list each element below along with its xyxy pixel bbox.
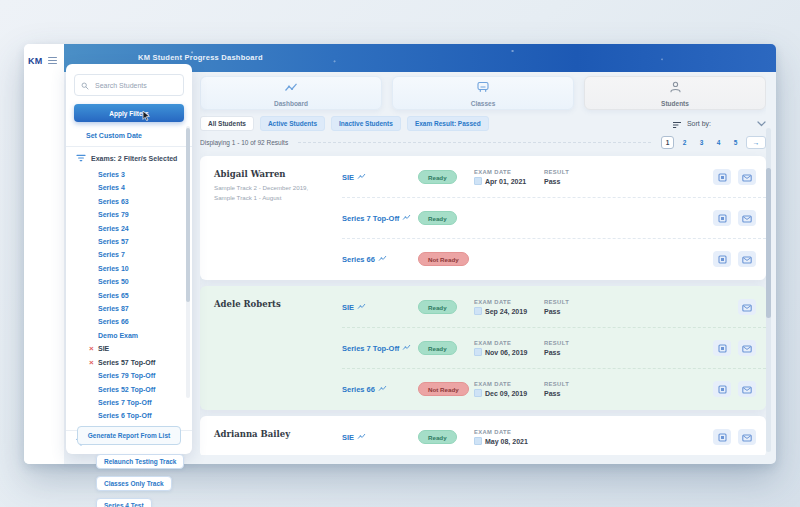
tab-dashboard[interactable]: Dashboard bbox=[200, 76, 382, 110]
set-custom-date-link[interactable]: Set Custom Date bbox=[86, 132, 184, 139]
sidebar-exam-item[interactable]: Series 24 bbox=[98, 222, 184, 235]
mail-icon-button[interactable] bbox=[738, 429, 756, 445]
search-box[interactable] bbox=[74, 74, 184, 96]
tab-students[interactable]: Students bbox=[584, 76, 766, 110]
sort-by-control[interactable]: Sort by: bbox=[672, 115, 711, 133]
status-badge: Ready bbox=[418, 430, 457, 444]
generate-report-button[interactable]: Generate Report From List bbox=[77, 426, 181, 445]
main-scrollbar-thumb[interactable] bbox=[766, 168, 771, 318]
mail-icon-button[interactable] bbox=[738, 251, 756, 267]
exam-name-link[interactable]: Series 66 bbox=[342, 385, 418, 394]
exam-date-value: Nov 06, 2019 bbox=[474, 348, 544, 356]
report-icon-button[interactable] bbox=[713, 169, 731, 185]
sidebar-exam-item[interactable]: ×Series 57 Top-Off bbox=[98, 356, 184, 369]
mail-icon-button[interactable] bbox=[738, 381, 756, 397]
exam-name-link[interactable]: Series 7 Top-Off bbox=[342, 344, 418, 353]
exam-name-link[interactable]: SIE bbox=[342, 303, 418, 312]
sidebar-exam-item[interactable]: Series 7 Top-Off bbox=[98, 396, 184, 409]
mail-icon-button[interactable] bbox=[738, 299, 756, 315]
track-filter-button[interactable]: Relaunch Testing Track bbox=[96, 454, 184, 469]
sidebar-exam-item[interactable]: ×SIE bbox=[98, 342, 184, 355]
hamburger-menu-icon[interactable] bbox=[46, 55, 59, 66]
filter-chip[interactable]: Exam Result: Passed bbox=[407, 116, 489, 131]
remove-filter-icon[interactable]: × bbox=[89, 342, 94, 355]
sidebar-exam-item[interactable]: Series 6 Top-Off bbox=[98, 409, 184, 422]
sidebar-exam-item[interactable]: Series 65 bbox=[98, 289, 184, 302]
report-icon-button[interactable] bbox=[713, 210, 731, 226]
remove-filter-icon[interactable]: × bbox=[89, 356, 94, 369]
page-button-5[interactable]: 5 bbox=[729, 136, 742, 149]
apply-filters-button[interactable]: Apply Filters bbox=[74, 104, 184, 122]
sort-by-label: Sort by: bbox=[687, 120, 711, 127]
sidebar-exam-item[interactable]: Series 87 bbox=[98, 302, 184, 315]
sidebar-exam-item[interactable]: Series 10 bbox=[98, 262, 184, 275]
results-divider-line bbox=[298, 142, 651, 143]
page-button-1[interactable]: 1 bbox=[661, 136, 674, 149]
chevron-down-icon[interactable] bbox=[757, 121, 766, 127]
trend-icon bbox=[357, 303, 366, 312]
sidebar-exam-item[interactable]: Series 66 bbox=[98, 315, 184, 328]
filters-sidebar: Apply Filters Set Custom Date Exams: 2 F… bbox=[66, 64, 192, 454]
page-button-4[interactable]: 4 bbox=[712, 136, 725, 149]
sidebar-exam-item[interactable]: Demo Exam bbox=[98, 329, 184, 342]
exam-date-value: May 08, 2021 bbox=[474, 437, 544, 445]
sidebar-exam-item[interactable]: Series 3 bbox=[98, 168, 184, 181]
sidebar-exam-item[interactable]: Series 63 bbox=[98, 195, 184, 208]
exam-name-link[interactable]: Series 66 bbox=[342, 255, 418, 264]
mail-icon-button[interactable] bbox=[738, 169, 756, 185]
result-label: RESULT bbox=[544, 169, 598, 175]
search-input[interactable] bbox=[93, 81, 177, 90]
mail-icon-button[interactable] bbox=[738, 340, 756, 356]
status-badge: Ready bbox=[418, 300, 457, 314]
tab-classes[interactable]: Classes bbox=[392, 76, 574, 110]
exam-row: SIE Ready EXAM DATE Sep 24, 2019 RESULT … bbox=[342, 287, 766, 327]
exam-row: Series 7 Top-Off Ready EXAM DATE Nov 06,… bbox=[342, 327, 766, 368]
row-actions bbox=[713, 210, 756, 226]
report-icon-button[interactable] bbox=[713, 340, 731, 356]
sidebar-exam-item[interactable]: Series 50 bbox=[98, 275, 184, 288]
exam-name-link[interactable]: SIE bbox=[342, 433, 418, 442]
filter-chip[interactable]: Active Students bbox=[260, 116, 325, 131]
report-icon-button[interactable] bbox=[713, 251, 731, 267]
sort-lines-icon bbox=[672, 115, 682, 133]
next-page-button[interactable]: → bbox=[746, 136, 766, 149]
calendar-icon bbox=[474, 348, 482, 356]
calendar-icon bbox=[474, 307, 482, 315]
sidebar-scrollbar[interactable] bbox=[186, 126, 190, 398]
mail-icon bbox=[742, 341, 752, 356]
bus-icon bbox=[476, 79, 490, 97]
filter-chip[interactable]: All Students bbox=[200, 116, 254, 131]
exams-filter-header[interactable]: Exams: 2 Filter/s Selected bbox=[76, 154, 184, 163]
track-filter-button[interactable]: Series 4 Test bbox=[96, 498, 152, 507]
student-name: Abigail Warren bbox=[214, 169, 342, 179]
track-filter-button[interactable]: Classes Only Track bbox=[96, 476, 172, 491]
trend-icon bbox=[357, 433, 366, 442]
sidebar-scrollbar-thumb[interactable] bbox=[186, 128, 190, 302]
mail-icon bbox=[742, 252, 752, 267]
filter-chip[interactable]: Inactive Students bbox=[331, 116, 401, 131]
trend-icon bbox=[378, 255, 387, 264]
exam-row: SIE Ready EXAM DATE Apr 01, 2021 RESULT … bbox=[342, 157, 766, 197]
mail-icon-button[interactable] bbox=[738, 210, 756, 226]
page-button-2[interactable]: 2 bbox=[678, 136, 691, 149]
result-value: Pass bbox=[544, 308, 598, 315]
sidebar-exam-item[interactable]: Series 79 bbox=[98, 208, 184, 221]
sidebar-exam-item[interactable]: Series 7 bbox=[98, 248, 184, 261]
main-scrollbar[interactable] bbox=[766, 128, 771, 452]
student-card: Abigail WarrenSample Track 2 - December … bbox=[200, 156, 766, 280]
sidebar-exam-item[interactable]: Series 79 Top-Off bbox=[98, 369, 184, 382]
page-button-3[interactable]: 3 bbox=[695, 136, 708, 149]
report-icon-button[interactable] bbox=[713, 381, 731, 397]
report-icon bbox=[718, 382, 727, 397]
status-badge: Ready bbox=[418, 341, 457, 355]
exam-name-link[interactable]: SIE bbox=[342, 173, 418, 182]
report-icon-button[interactable] bbox=[713, 429, 731, 445]
sidebar-exam-item[interactable]: Series 57 bbox=[98, 235, 184, 248]
sidebar-exam-item[interactable]: Series 4 bbox=[98, 181, 184, 194]
result-block: RESULT Pass bbox=[544, 169, 598, 185]
sidebar-exam-item[interactable]: Series 52 Top-Off bbox=[98, 383, 184, 396]
student-card-list: Abigail WarrenSample Track 2 - December … bbox=[200, 156, 766, 455]
exam-row: Series 66 Not Ready EXAM DATE Dec 09, 20… bbox=[342, 368, 766, 409]
exam-name-link[interactable]: Series 7 Top-Off bbox=[342, 214, 418, 223]
exam-date-value: Apr 01, 2021 bbox=[474, 177, 544, 185]
